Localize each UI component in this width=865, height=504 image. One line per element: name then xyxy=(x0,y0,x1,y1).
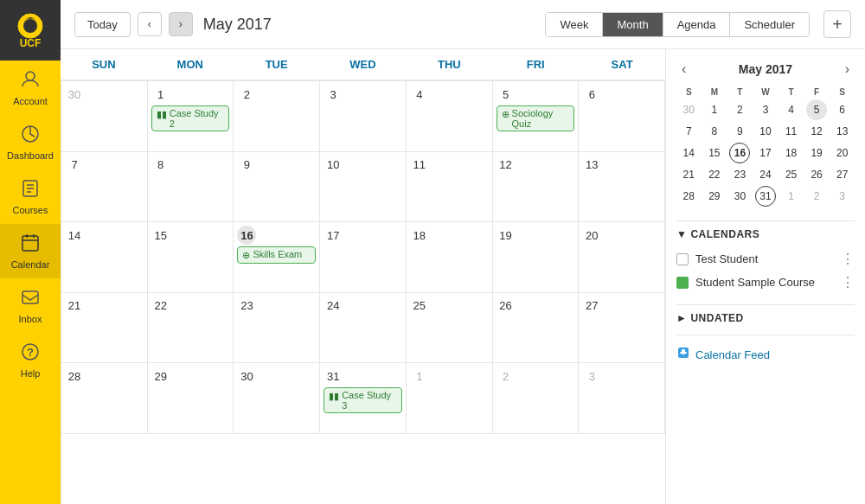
table-row[interactable]: 9 xyxy=(234,152,320,223)
table-row[interactable]: 31 ▮▮ Case Study 3 xyxy=(320,363,407,434)
day-header-sun: SUN xyxy=(61,54,147,74)
table-row[interactable]: 28 xyxy=(61,363,148,434)
table-row[interactable]: 26 xyxy=(493,293,580,364)
mini-cal-day[interactable]: 29 xyxy=(704,186,725,207)
mini-cal-day[interactable]: 15 xyxy=(704,143,725,163)
table-row[interactable]: 14 xyxy=(61,222,148,293)
mini-cal-day[interactable]: 24 xyxy=(755,164,776,185)
mini-next-button[interactable]: › xyxy=(840,60,855,79)
table-row[interactable]: 13 xyxy=(579,152,665,223)
view-tabs: Week Month Agenda Scheduler xyxy=(545,12,810,37)
tab-month[interactable]: Month xyxy=(603,13,663,36)
mini-cal-day[interactable]: 14 xyxy=(678,143,699,163)
mini-cal-day[interactable]: 18 xyxy=(781,143,802,163)
mini-cal-day[interactable]: 26 xyxy=(806,164,827,185)
mini-cal-day[interactable]: 4 xyxy=(781,99,802,120)
list-item[interactable]: Student Sample Course ⋮ xyxy=(676,271,855,294)
mini-cal-day[interactable]: 1 xyxy=(781,186,802,207)
table-row[interactable]: 29 xyxy=(148,363,234,434)
mini-cal-day[interactable]: 8 xyxy=(704,121,725,142)
mini-cal-day[interactable]: 13 xyxy=(832,121,853,142)
list-item[interactable]: ⊕ Skills Exam xyxy=(237,246,316,264)
table-row[interactable]: 6 xyxy=(579,81,665,152)
table-row[interactable]: 2 xyxy=(234,81,320,152)
student-sample-menu-icon[interactable]: ⋮ xyxy=(841,274,855,290)
table-row[interactable]: 22 xyxy=(148,293,234,364)
calendar-feed-label: Calendar Feed xyxy=(695,348,770,361)
mini-cal-day[interactable]: 11 xyxy=(781,121,802,142)
mini-cal-day[interactable]: 9 xyxy=(729,121,750,142)
table-row[interactable]: 12 xyxy=(493,152,580,223)
prev-button[interactable]: ‹ xyxy=(138,12,162,36)
table-row[interactable]: 16 ⊕ Skills Exam xyxy=(234,222,320,293)
table-row[interactable]: 17 xyxy=(320,222,407,293)
table-row[interactable]: 25 xyxy=(407,293,493,364)
svg-rect-13 xyxy=(22,291,38,303)
mini-cal-day[interactable]: 22 xyxy=(704,164,725,185)
table-row[interactable]: 3 xyxy=(320,81,407,152)
mini-cal-day[interactable]: 12 xyxy=(806,121,827,142)
table-row[interactable]: 1 xyxy=(407,363,493,434)
test-student-menu-icon[interactable]: ⋮ xyxy=(841,251,855,267)
mini-cal-day[interactable]: 10 xyxy=(755,121,776,142)
mini-cal-day[interactable]: 30 xyxy=(678,99,699,120)
mini-cal-day[interactable]: 7 xyxy=(678,121,699,142)
calendar-feed-link[interactable]: Calendar Feed xyxy=(676,342,855,367)
mini-cal-day[interactable]: 2 xyxy=(729,99,750,120)
table-row[interactable]: 15 xyxy=(148,222,234,293)
table-row[interactable]: 24 xyxy=(320,293,407,364)
add-button[interactable]: + xyxy=(823,10,851,38)
list-item[interactable]: Test Student ⋮ xyxy=(676,247,855,271)
mini-cal-day[interactable]: 19 xyxy=(806,143,827,163)
sidebar-item-inbox[interactable]: Inbox xyxy=(0,278,61,333)
tab-agenda[interactable]: Agenda xyxy=(663,13,731,36)
sidebar-item-account[interactable]: Account xyxy=(0,61,61,115)
table-row[interactable]: 4 xyxy=(407,81,493,152)
mini-cal-day[interactable]: 30 xyxy=(729,186,750,207)
next-button[interactable]: › xyxy=(169,12,193,36)
table-row[interactable]: 21 xyxy=(61,293,148,364)
table-row[interactable]: 7 xyxy=(61,152,148,223)
mini-cal-day[interactable]: 31 xyxy=(755,186,776,207)
table-row[interactable]: 11 xyxy=(407,152,493,223)
mini-cal-day[interactable]: 3 xyxy=(832,186,853,207)
list-item[interactable]: ⊕ Sociology Quiz xyxy=(497,105,575,131)
mini-cal-day[interactable]: 1 xyxy=(704,99,725,120)
list-item[interactable]: ▮▮ Case Study 3 xyxy=(324,387,402,413)
mini-cal-day[interactable]: 17 xyxy=(755,143,776,163)
calendars-section: ▼ CALENDARS Test Student ⋮ Student Sampl… xyxy=(676,228,855,294)
mini-cal-day[interactable]: 6 xyxy=(832,99,853,120)
tab-scheduler[interactable]: Scheduler xyxy=(730,13,809,36)
table-row[interactable]: 30 xyxy=(234,363,320,434)
table-row[interactable]: 20 xyxy=(579,222,665,293)
mini-cal-day-today[interactable]: 16 xyxy=(729,143,750,163)
today-button[interactable]: Today xyxy=(74,12,131,37)
mini-cal-day[interactable]: 25 xyxy=(781,164,802,185)
sidebar-item-help[interactable]: ? Help xyxy=(0,333,61,387)
table-row[interactable]: 23 xyxy=(234,293,320,364)
sidebar-item-courses[interactable]: Courses xyxy=(0,169,61,224)
mini-cal-day[interactable]: 23 xyxy=(729,164,750,185)
table-row[interactable]: 3 xyxy=(579,363,665,434)
tab-week[interactable]: Week xyxy=(546,13,603,36)
table-row[interactable]: 19 xyxy=(493,222,580,293)
mini-cal-day[interactable]: 27 xyxy=(832,164,853,185)
table-row[interactable]: 1 ▮▮ Case Study 2 xyxy=(148,81,234,152)
sidebar-item-dashboard[interactable]: Dashboard xyxy=(0,115,61,169)
table-row[interactable]: 30 xyxy=(61,81,148,152)
sidebar-item-calendar[interactable]: Calendar xyxy=(0,224,61,278)
mini-cal-day[interactable]: 21 xyxy=(678,164,699,185)
table-row[interactable]: 8 xyxy=(148,152,234,223)
mini-cal-day[interactable]: 5 xyxy=(806,99,827,120)
mini-cal-day[interactable]: 3 xyxy=(755,99,776,120)
list-item[interactable]: ▮▮ Case Study 2 xyxy=(151,105,230,131)
table-row[interactable]: 27 xyxy=(579,293,665,364)
table-row[interactable]: 18 xyxy=(407,222,493,293)
table-row[interactable]: 2 xyxy=(493,363,580,434)
table-row[interactable]: 5 ⊕ Sociology Quiz xyxy=(493,81,580,152)
mini-cal-day[interactable]: 28 xyxy=(678,186,699,207)
mini-prev-button[interactable]: ‹ xyxy=(676,60,691,79)
table-row[interactable]: 10 xyxy=(320,152,407,223)
mini-cal-day[interactable]: 20 xyxy=(832,143,853,163)
mini-cal-day[interactable]: 2 xyxy=(806,186,827,207)
